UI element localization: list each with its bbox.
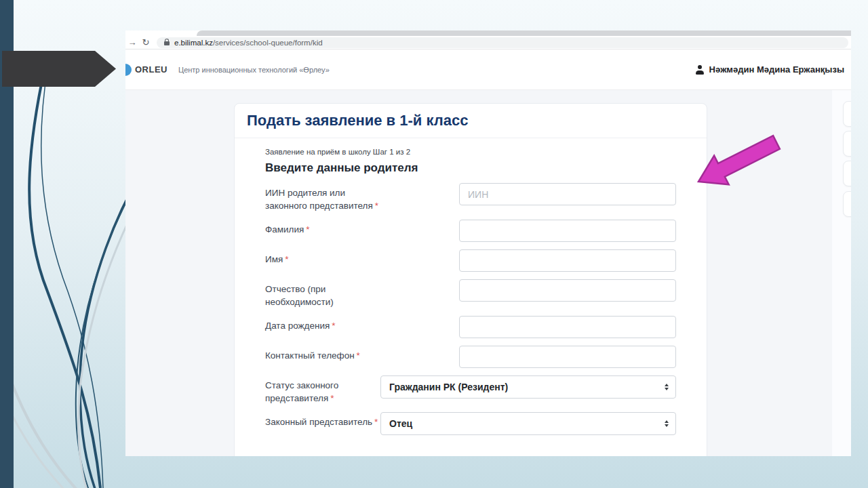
url-path: /services/school-queue/form/kid: [213, 39, 323, 47]
field-row-legal-representative: Законный представитель* Отец: [265, 412, 676, 435]
required-marker: *: [332, 321, 335, 331]
phone-input[interactable]: [459, 346, 676, 368]
right-panel-strip: [832, 90, 851, 456]
legal-representative-value: Отец: [389, 418, 412, 429]
form-title: Подать заявление в 1-й класс: [247, 112, 694, 129]
field-row-birthdate: Дата рождения*: [265, 316, 676, 338]
birthdate-input[interactable]: [459, 316, 676, 338]
floating-button-1[interactable]: [843, 101, 851, 127]
required-marker: *: [306, 224, 309, 235]
field-row-phone: Контактный телефон*: [265, 346, 676, 368]
reload-icon[interactable]: ↻: [139, 36, 153, 49]
lastname-label: Фамилия*: [265, 220, 380, 236]
select-arrows-icon: [665, 384, 669, 390]
iin-input[interactable]: [459, 183, 676, 205]
field-row-patronymic: Отчество (при необходимости): [265, 279, 676, 308]
browser-window: → ↻ e.bilimal.kz/services/school-queue/f…: [125, 30, 851, 456]
form-title-bar: Подать заявление в 1-й класс: [235, 104, 707, 138]
select-arrows-icon: [665, 420, 669, 427]
firstname-input[interactable]: [459, 249, 676, 272]
orleu-logo-text[interactable]: ORLEU: [135, 64, 167, 75]
field-row-iin: ИИН родителя или законного представителя…: [265, 183, 676, 212]
required-marker: *: [330, 393, 334, 403]
section-heading: Введите данные родителя: [265, 161, 676, 175]
dark-block-arrow-icon: [0, 0, 136, 102]
birthdate-label: Дата рождения*: [265, 316, 380, 332]
legal-representative-label: Законный представитель*: [265, 412, 380, 428]
patronymic-input[interactable]: [459, 279, 676, 302]
site-header: ORLEU Центр инновационных технологий «Өр…: [125, 49, 851, 90]
patronymic-label: Отчество (при необходимости): [265, 279, 380, 308]
step-indicator: Заявление на приём в школу Шаг 1 из 2: [265, 148, 676, 156]
field-row-lastname: Фамилия*: [265, 220, 676, 242]
form-body: Заявление на приём в школу Шаг 1 из 2 Вв…: [235, 138, 707, 435]
user-name: Нәжмәдин Мәдина Ержанқызы: [709, 64, 844, 75]
lastname-input[interactable]: [459, 220, 676, 242]
lock-icon: [164, 41, 170, 45]
floating-button-4[interactable]: [843, 191, 851, 217]
required-marker: *: [285, 254, 288, 264]
browser-toolbar: → ↻ e.bilimal.kz/services/school-queue/f…: [125, 36, 851, 49]
url-host: e.bilimal.kz: [174, 39, 213, 47]
browser-tab-strip: [197, 30, 851, 36]
legal-status-select[interactable]: Гражданин РК (Резидент): [380, 375, 676, 399]
legal-representative-select[interactable]: Отец: [380, 412, 676, 435]
organization-name: Центр инновационных технологий «Өрлеу»: [178, 66, 330, 74]
field-row-firstname: Имя*: [265, 249, 676, 272]
legal-status-value: Гражданин РК (Резидент): [389, 382, 508, 392]
floating-button-3[interactable]: [843, 161, 851, 186]
page-content: Подать заявление в 1-й класс Заявление н…: [125, 90, 851, 456]
legal-status-label: Статус законного представителя*: [265, 375, 380, 405]
page-url: e.bilimal.kz/services/school-queue/form/…: [174, 39, 323, 47]
firstname-label: Имя*: [265, 249, 380, 266]
user-menu[interactable]: Нәжмәдин Мәдина Ержанқызы: [695, 64, 844, 75]
field-row-legal-status: Статус законного представителя* Граждани…: [265, 375, 676, 405]
required-marker: *: [375, 201, 378, 211]
floating-button-2[interactable]: [843, 131, 851, 157]
user-icon: [695, 65, 705, 75]
phone-label: Контактный телефон*: [265, 346, 380, 362]
iin-label: ИИН родителя или законного представителя…: [265, 183, 380, 212]
address-bar[interactable]: e.bilimal.kz/services/school-queue/form/…: [157, 37, 848, 48]
required-marker: *: [357, 350, 360, 361]
application-form-card: Подать заявление в 1-й класс Заявление н…: [234, 103, 707, 456]
required-marker: *: [374, 417, 378, 427]
